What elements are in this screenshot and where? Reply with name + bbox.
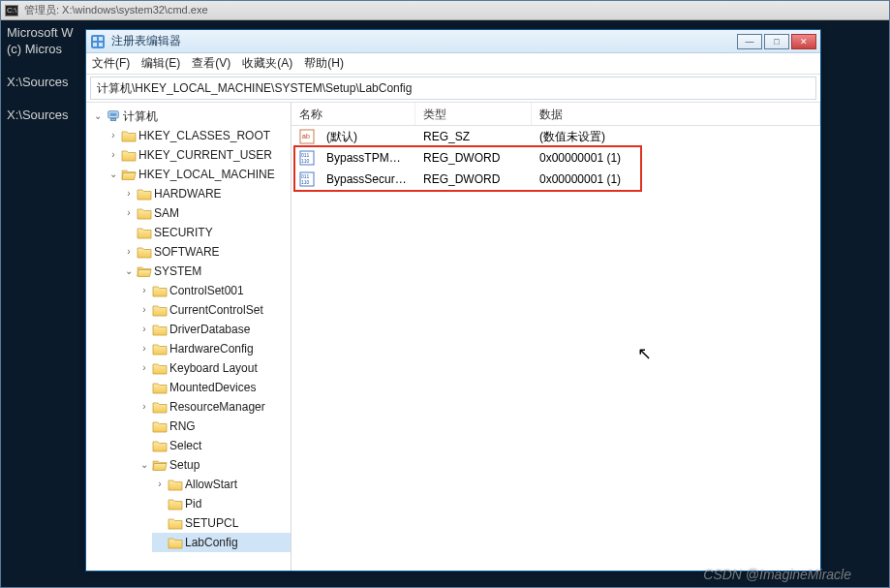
regedit-app-icon xyxy=(90,34,106,49)
menu-help[interactable]: 帮助(H) xyxy=(304,55,344,72)
chevron-right-icon[interactable]: › xyxy=(138,401,150,413)
menu-favorites[interactable]: 收藏夹(A) xyxy=(242,55,292,72)
mouse-cursor-icon: ↖ xyxy=(637,343,652,364)
folder-icon xyxy=(137,226,152,239)
folder-icon xyxy=(152,303,168,317)
regedit-window: 注册表编辑器 — □ ✕ 文件(F) 编辑(E) 查看(V) 收藏夹(A) 帮助… xyxy=(85,29,821,572)
list-row[interactable]: BypassSecure... REG_DWORD 0x00000001 (1) xyxy=(292,169,820,190)
folder-icon xyxy=(168,497,183,511)
tree-setup[interactable]: ⌄Setup xyxy=(137,455,291,475)
chevron-right-icon[interactable]: › xyxy=(154,479,166,490)
chevron-right-icon[interactable]: › xyxy=(123,188,135,200)
tree-hardware[interactable]: ›HARDWARE xyxy=(121,184,291,203)
close-button[interactable]: ✕ xyxy=(791,34,816,49)
tree-root[interactable]: ⌄ 计算机 xyxy=(90,107,291,126)
tree-pane[interactable]: ⌄ 计算机 ›HKEY_CLASSES_ROOT ›HKEY_CURRENT_U… xyxy=(86,103,292,571)
tree-currentcontrolset[interactable]: ›CurrentControlSet xyxy=(137,300,291,320)
chevron-right-icon[interactable]: › xyxy=(107,149,119,161)
folder-icon xyxy=(152,284,168,297)
folder-icon xyxy=(137,245,152,259)
menu-view[interactable]: 查看(V) xyxy=(192,55,230,72)
tree-controlset001[interactable]: ›ControlSet001 xyxy=(137,281,291,300)
chevron-down-icon[interactable]: ⌄ xyxy=(107,169,119,180)
folder-icon xyxy=(152,400,168,414)
address-text: 计算机\HKEY_LOCAL_MACHINE\SYSTEM\Setup\LabC… xyxy=(97,80,412,97)
folder-open-icon xyxy=(121,168,137,181)
tree-pid[interactable]: Pid xyxy=(152,494,291,513)
tree-rng[interactable]: RNG xyxy=(137,417,291,436)
tree-driverdatabase[interactable]: ›DriverDatabase xyxy=(137,320,291,339)
tree-security[interactable]: SECURITY xyxy=(121,223,291,242)
folder-icon xyxy=(121,129,137,142)
tree-keyboardlayout[interactable]: ›Keyboard Layout xyxy=(137,358,291,378)
menu-edit[interactable]: 编辑(E) xyxy=(141,55,180,72)
column-type[interactable]: 类型 xyxy=(415,103,532,125)
folder-icon xyxy=(168,478,183,491)
list-rows: (默认) REG_SZ (数值未设置) BypassTPMCh... REG_D… xyxy=(292,126,820,571)
tree-resourcemanager[interactable]: ›ResourceManager xyxy=(137,397,291,417)
tree-hklm[interactable]: ⌄HKEY_LOCAL_MACHINE xyxy=(106,165,291,184)
chevron-down-icon[interactable]: ⌄ xyxy=(123,265,135,277)
folder-icon xyxy=(168,536,183,549)
cmd-icon: C:\ xyxy=(5,5,18,16)
folder-open-icon xyxy=(152,458,168,472)
list-row[interactable]: BypassTPMCh... REG_DWORD 0x00000001 (1) xyxy=(292,147,820,169)
menu-file[interactable]: 文件(F) xyxy=(92,55,130,72)
folder-icon xyxy=(152,342,168,356)
cmd-title: 管理员: X:\windows\system32\cmd.exe xyxy=(24,3,208,17)
folder-icon xyxy=(137,206,152,220)
tree-labconfig[interactable]: LabConfig xyxy=(152,533,291,552)
chevron-right-icon[interactable]: › xyxy=(138,324,150,335)
computer-icon xyxy=(106,109,121,123)
list-header: 名称 类型 数据 xyxy=(292,103,820,126)
folder-icon xyxy=(137,187,152,201)
folder-icon xyxy=(168,516,183,530)
values-pane[interactable]: 名称 类型 数据 (默认) REG_SZ (数值未设置) BypassTPMCh… xyxy=(292,103,820,571)
tree-software[interactable]: ›SOFTWARE xyxy=(121,242,291,262)
folder-icon xyxy=(152,439,168,452)
folder-icon xyxy=(121,148,137,162)
chevron-right-icon[interactable]: › xyxy=(138,362,150,374)
tree-setupcl[interactable]: SETUPCL xyxy=(152,513,291,533)
chevron-down-icon[interactable]: ⌄ xyxy=(92,110,104,122)
string-value-icon xyxy=(299,129,315,144)
regedit-title: 注册表编辑器 xyxy=(111,33,737,49)
chevron-right-icon[interactable]: › xyxy=(107,130,119,141)
column-data[interactable]: 数据 xyxy=(532,103,820,125)
tree-system[interactable]: ⌄SYSTEM xyxy=(121,262,291,281)
tree-sam[interactable]: ›SAM xyxy=(121,203,291,223)
maximize-button[interactable]: □ xyxy=(764,34,789,49)
tree-mounteddevices[interactable]: MountedDevices xyxy=(137,378,291,397)
minimize-button[interactable]: — xyxy=(737,34,762,49)
dword-value-icon xyxy=(299,150,315,166)
folder-icon xyxy=(152,381,168,394)
regedit-titlebar[interactable]: 注册表编辑器 — □ ✕ xyxy=(86,30,820,53)
folder-icon xyxy=(152,361,168,375)
watermark-text: CSDN @ImagineMiracle xyxy=(703,567,851,582)
folder-icon xyxy=(152,323,168,336)
tree-select[interactable]: Select xyxy=(137,436,291,455)
tree-hkcu[interactable]: ›HKEY_CURRENT_USER xyxy=(106,145,291,165)
chevron-right-icon[interactable]: › xyxy=(123,246,135,258)
tree-hkcr[interactable]: ›HKEY_CLASSES_ROOT xyxy=(106,126,291,145)
menubar: 文件(F) 编辑(E) 查看(V) 收藏夹(A) 帮助(H) xyxy=(86,53,820,75)
chevron-right-icon[interactable]: › xyxy=(138,304,150,316)
chevron-right-icon[interactable]: › xyxy=(123,207,135,219)
tree-allowstart[interactable]: ›AllowStart xyxy=(152,475,291,494)
column-name[interactable]: 名称 xyxy=(292,103,415,125)
tree-hardwareconfig[interactable]: ›HardwareConfig xyxy=(137,339,291,358)
list-row[interactable]: (默认) REG_SZ (数值未设置) xyxy=(292,126,820,147)
folder-icon xyxy=(152,419,168,433)
cmd-titlebar[interactable]: C:\ 管理员: X:\windows\system32\cmd.exe xyxy=(1,1,889,20)
folder-open-icon xyxy=(137,264,152,278)
dword-value-icon xyxy=(299,171,315,187)
address-bar[interactable]: 计算机\HKEY_LOCAL_MACHINE\SYSTEM\Setup\LabC… xyxy=(90,77,816,100)
chevron-right-icon[interactable]: › xyxy=(138,285,150,296)
chevron-right-icon[interactable]: › xyxy=(138,343,150,355)
chevron-down-icon[interactable]: ⌄ xyxy=(138,459,150,471)
